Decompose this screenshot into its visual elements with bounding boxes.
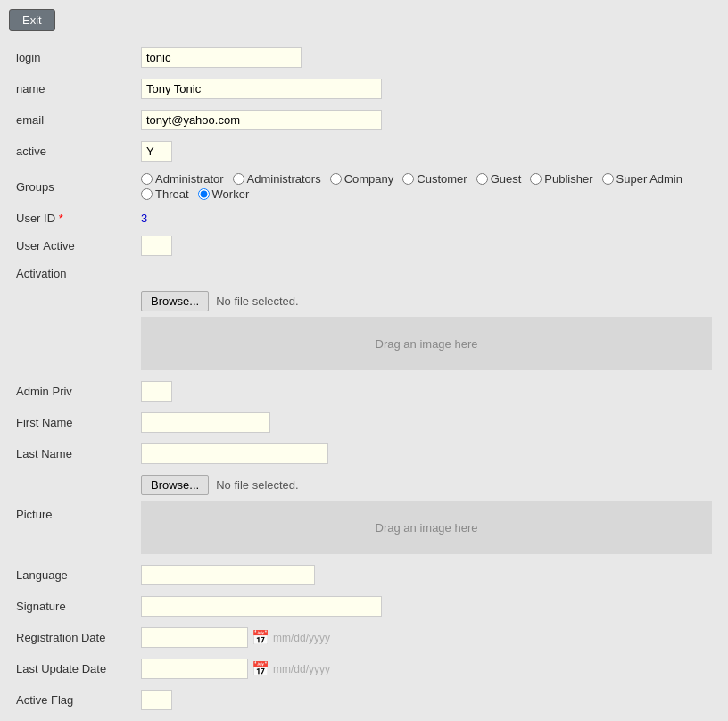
activation-cell bbox=[134, 261, 719, 286]
group-administrators[interactable]: Administrators bbox=[233, 172, 321, 186]
form-table: login name email active bbox=[9, 42, 719, 716]
lastname-cell bbox=[134, 438, 719, 469]
group-customer[interactable]: Customer bbox=[402, 172, 467, 186]
language-label: Language bbox=[9, 559, 134, 591]
lastupdatedate-input[interactable] bbox=[141, 659, 248, 679]
active-label: active bbox=[9, 136, 134, 167]
useractive-row: User Active bbox=[9, 230, 719, 261]
adminpriv-row: Admin Priv bbox=[9, 376, 719, 407]
firstname-input[interactable] bbox=[141, 412, 270, 433]
adminpriv-label: Admin Priv bbox=[9, 376, 134, 407]
picture-drag-area[interactable]: Drag an image here bbox=[141, 501, 712, 554]
picture-file-upload: Browse... No file selected. bbox=[141, 475, 712, 495]
activation-browse-cell: Browse... No file selected. Drag an imag… bbox=[134, 286, 719, 376]
activeflag-label: Active Flag bbox=[9, 684, 134, 716]
firstname-label: First Name bbox=[9, 407, 134, 438]
lastupdatedate-label: Last Update Date bbox=[9, 653, 134, 684]
lastupdatedate-wrapper: 📅 mm/dd/yyyy bbox=[141, 659, 712, 679]
lastname-label: Last Name bbox=[9, 438, 134, 469]
userid-value: 3 bbox=[141, 211, 147, 225]
lastupdatedate-cell: 📅 mm/dd/yyyy bbox=[134, 653, 719, 684]
useractive-input[interactable] bbox=[141, 236, 172, 256]
email-label: email bbox=[9, 104, 134, 136]
login-cell bbox=[134, 42, 719, 73]
firstname-cell bbox=[134, 407, 719, 438]
useractive-label: User Active bbox=[9, 230, 134, 261]
firstname-row: First Name bbox=[9, 407, 719, 438]
userid-cell: 3 bbox=[134, 206, 719, 230]
login-label: login bbox=[9, 42, 134, 73]
email-cell bbox=[134, 104, 719, 136]
lastupdatedate-placeholder: mm/dd/yyyy bbox=[273, 663, 330, 675]
userid-row: User ID * 3 bbox=[9, 206, 719, 230]
activation-browse-button[interactable]: Browse... bbox=[141, 291, 209, 311]
groups-radio-group: Administrator Administrators Company Cus… bbox=[141, 172, 712, 201]
adminpriv-cell bbox=[134, 376, 719, 407]
language-cell bbox=[134, 559, 719, 591]
activation-row: Activation bbox=[9, 261, 719, 286]
lastname-row: Last Name bbox=[9, 438, 719, 469]
regdate-cell: 📅 mm/dd/yyyy bbox=[134, 622, 719, 653]
language-row: Language bbox=[9, 559, 719, 591]
lastupdatedate-calendar-icon[interactable]: 📅 bbox=[252, 660, 269, 677]
activeflag-row: Active Flag bbox=[9, 684, 719, 716]
regdate-placeholder: mm/dd/yyyy bbox=[273, 632, 330, 644]
picture-browse-button[interactable]: Browse... bbox=[141, 475, 209, 495]
signature-label: Signature bbox=[9, 591, 134, 622]
group-guest[interactable]: Guest bbox=[476, 172, 522, 186]
language-input[interactable] bbox=[141, 565, 315, 585]
userid-label: User ID * bbox=[9, 206, 134, 230]
activation-drag-area[interactable]: Drag an image here bbox=[141, 317, 712, 370]
signature-input[interactable] bbox=[141, 596, 382, 617]
activation-file-upload: Browse... No file selected. bbox=[141, 291, 712, 311]
login-row: login bbox=[9, 42, 719, 73]
group-threat[interactable]: Threat bbox=[141, 187, 189, 201]
activeflag-cell bbox=[134, 684, 719, 716]
adminpriv-input[interactable] bbox=[141, 381, 172, 402]
picture-cell: Browse... No file selected. Drag an imag… bbox=[134, 469, 719, 559]
name-row: name bbox=[9, 73, 719, 104]
active-row: active bbox=[9, 136, 719, 167]
active-cell bbox=[134, 136, 719, 167]
lastupdatedate-row: Last Update Date 📅 mm/dd/yyyy bbox=[9, 653, 719, 684]
regdate-row: Registration Date 📅 mm/dd/yyyy bbox=[9, 622, 719, 653]
regdate-wrapper: 📅 mm/dd/yyyy bbox=[141, 627, 712, 648]
group-superadmin[interactable]: Super Admin bbox=[602, 172, 682, 186]
groups-row: Groups Administrator Administrators Comp… bbox=[9, 167, 719, 206]
activation-browse-row: Browse... No file selected. Drag an imag… bbox=[9, 286, 719, 376]
name-input[interactable] bbox=[141, 79, 382, 99]
signature-row: Signature bbox=[9, 591, 719, 622]
required-star: * bbox=[59, 211, 63, 225]
email-input[interactable] bbox=[141, 110, 382, 130]
group-company[interactable]: Company bbox=[330, 172, 394, 186]
login-input[interactable] bbox=[141, 47, 302, 68]
group-administrator[interactable]: Administrator bbox=[141, 172, 224, 186]
active-input[interactable] bbox=[141, 141, 172, 162]
activation-no-file: No file selected. bbox=[216, 294, 299, 308]
regdate-calendar-icon[interactable]: 📅 bbox=[252, 629, 269, 646]
picture-label: Picture bbox=[9, 469, 134, 559]
name-cell bbox=[134, 73, 719, 104]
activation-label: Activation bbox=[9, 261, 134, 286]
page-wrapper: Exit login name email bbox=[0, 0, 728, 721]
name-label: name bbox=[9, 73, 134, 104]
groups-label: Groups bbox=[9, 167, 134, 206]
group-publisher[interactable]: Publisher bbox=[530, 172, 592, 186]
activation-browse-label bbox=[9, 286, 134, 376]
signature-cell bbox=[134, 591, 719, 622]
regdate-label: Registration Date bbox=[9, 622, 134, 653]
picture-row: Picture Browse... No file selected. Drag… bbox=[9, 469, 719, 559]
email-row: email bbox=[9, 104, 719, 136]
regdate-input[interactable] bbox=[141, 627, 248, 648]
exit-button[interactable]: Exit bbox=[9, 9, 55, 31]
picture-no-file: No file selected. bbox=[216, 478, 299, 492]
useractive-cell bbox=[134, 230, 719, 261]
lastname-input[interactable] bbox=[141, 443, 328, 464]
groups-cell: Administrator Administrators Company Cus… bbox=[134, 167, 719, 206]
group-worker[interactable]: Worker bbox=[198, 187, 250, 201]
activeflag-input[interactable] bbox=[141, 690, 172, 710]
